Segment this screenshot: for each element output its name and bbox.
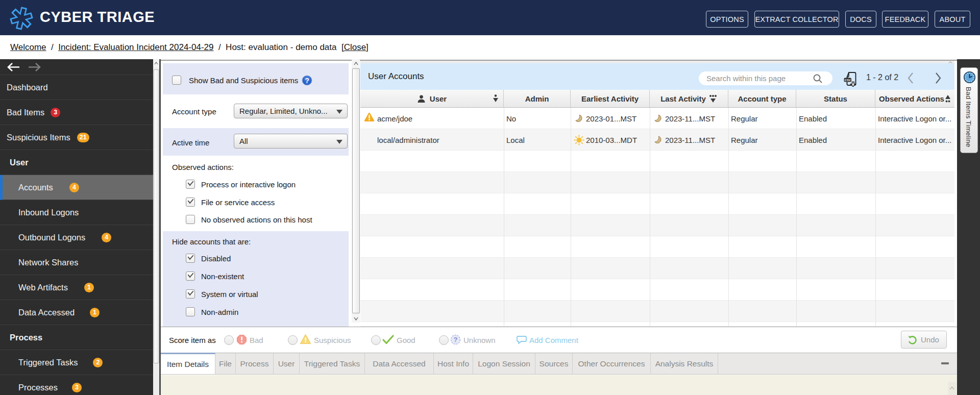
svg-text:CSV: CSV	[845, 79, 851, 82]
svg-text:?: ?	[305, 77, 309, 85]
svg-text:?: ?	[454, 336, 458, 343]
